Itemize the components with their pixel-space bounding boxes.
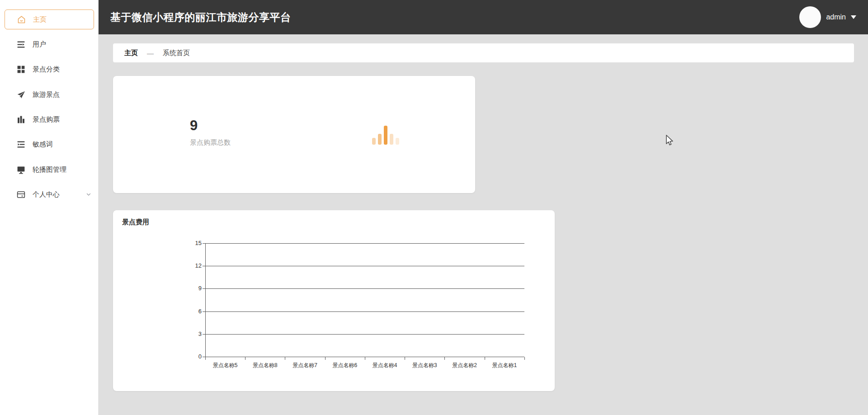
- sidebar-item-label: 敏感词: [33, 140, 53, 149]
- sidebar-item-sensitive-words[interactable]: 敏感词: [0, 134, 99, 154]
- gridline: [205, 288, 524, 289]
- home-icon: [17, 15, 26, 24]
- bar-chart: 15 12 9 6 3 0 景点名称5 景点名称8 景点名称7 景点名称6 景点…: [113, 210, 555, 391]
- idcard-icon: [16, 190, 26, 199]
- avatar[interactable]: [799, 6, 821, 28]
- breadcrumb-home[interactable]: 主页: [124, 49, 138, 57]
- bar-chart-icon: [372, 118, 399, 145]
- chart-card-spot-fees: 景点费用 15 12 9 6 3 0: [113, 210, 555, 391]
- sidebar-item-carousel[interactable]: 轮播图管理: [0, 160, 99, 179]
- sidebar-item-label: 景点分类: [33, 65, 60, 74]
- x-tick: [405, 357, 405, 360]
- y-tick: [203, 266, 205, 266]
- list-icon: [16, 40, 26, 49]
- breadcrumb-page: 系统首页: [163, 49, 190, 57]
- app-title: 基于微信小程序的丽江市旅游分享平台: [110, 10, 291, 24]
- user-name: admin: [826, 13, 846, 21]
- sidebar-item-label: 景点购票: [33, 115, 60, 124]
- send-icon: [16, 90, 26, 99]
- stat-card-ticket-total: 9 景点购票总数: [113, 76, 475, 193]
- caret-down-icon: [851, 15, 856, 19]
- x-tick-label: 景点名称6: [325, 362, 365, 369]
- sidebar-item-label: 旅游景点: [33, 90, 60, 99]
- x-tick: [524, 357, 525, 360]
- x-tick: [325, 357, 326, 360]
- sidebar-item-label: 主页: [33, 15, 47, 24]
- gridline: [205, 311, 524, 312]
- monitor-icon: [16, 165, 26, 174]
- sidebar: 主页 用户 景点分类 旅游景点: [0, 0, 99, 415]
- sidebar-item-label: 轮播图管理: [33, 165, 66, 174]
- x-axis-labels: 景点名称5 景点名称8 景点名称7 景点名称6 景点名称4 景点名称3 景点名称…: [205, 362, 524, 369]
- x-tick-label: 景点名称2: [445, 362, 485, 369]
- x-tick-label: 景点名称5: [205, 362, 245, 369]
- x-tick: [285, 357, 285, 360]
- bars-icon: [16, 115, 26, 124]
- stat-text: 9 景点购票总数: [190, 118, 231, 147]
- y-tick-label: 0: [181, 353, 202, 360]
- filter-list-icon: [16, 140, 26, 149]
- y-tick: [203, 311, 205, 312]
- y-tick: [203, 288, 205, 289]
- stat-value: 9: [190, 118, 231, 134]
- gridline: [205, 334, 524, 335]
- sidebar-item-users[interactable]: 用户: [0, 34, 99, 54]
- x-tick: [365, 357, 365, 360]
- sidebar-item-label: 个人中心: [33, 190, 60, 199]
- chevron-down-icon: [86, 192, 91, 197]
- x-tick-label: 景点名称4: [365, 362, 405, 369]
- sidebar-item-profile[interactable]: 个人中心: [0, 184, 99, 204]
- sidebar-item-home[interactable]: 主页: [5, 9, 94, 29]
- user-menu[interactable]: admin: [799, 6, 856, 28]
- y-tick-label: 3: [181, 330, 202, 337]
- breadcrumb-separator: —: [147, 49, 154, 57]
- x-tick: [245, 357, 245, 360]
- sidebar-item-label: 用户: [33, 40, 46, 49]
- x-tick-label: 景点名称8: [245, 362, 285, 369]
- y-tick-label: 6: [181, 308, 202, 315]
- y-tick-label: 15: [181, 240, 202, 246]
- grid-icon: [16, 65, 26, 74]
- main-content: 主页 — 系统首页 9 景点购票总数 景点费用: [99, 34, 868, 415]
- x-tick: [205, 357, 206, 360]
- mouse-cursor: [664, 134, 675, 149]
- x-tick: [485, 357, 485, 360]
- y-axis-line: [205, 243, 206, 357]
- sidebar-item-spot-category[interactable]: 景点分类: [0, 59, 99, 79]
- sidebar-item-tour-spots[interactable]: 旅游景点: [0, 85, 99, 104]
- y-tick-label: 9: [181, 285, 202, 292]
- breadcrumb: 主页 — 系统首页: [113, 43, 854, 62]
- sidebar-item-ticketing[interactable]: 景点购票: [0, 109, 99, 129]
- y-tick-label: 12: [181, 262, 202, 269]
- app-header: 基于微信小程序的丽江市旅游分享平台 admin: [99, 0, 868, 34]
- x-tick: [444, 357, 445, 360]
- y-tick: [203, 243, 205, 244]
- gridline: [205, 266, 524, 266]
- stat-label: 景点购票总数: [190, 138, 231, 147]
- x-tick-label: 景点名称3: [405, 362, 444, 369]
- x-tick-label: 景点名称1: [485, 362, 524, 369]
- y-tick: [203, 334, 205, 335]
- x-tick-label: 景点名称7: [285, 362, 325, 369]
- gridline: [205, 243, 524, 244]
